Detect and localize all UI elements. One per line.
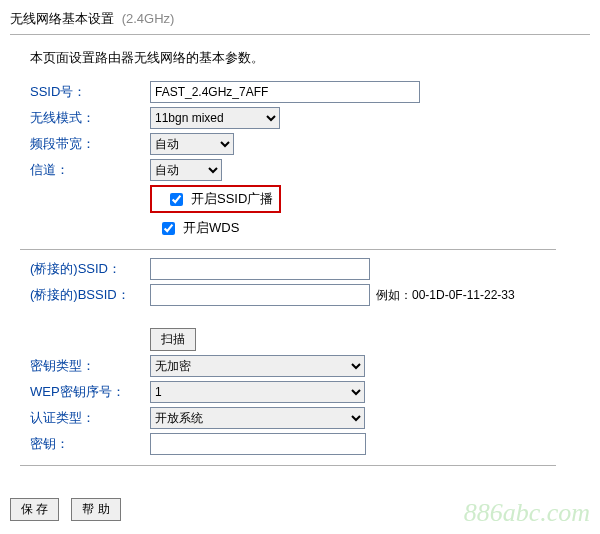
button-scan[interactable]: 扫描 — [150, 328, 196, 351]
panel-body: 本页面设置路由器无线网络的基本参数。 SSID号： 无线模式： 11bgn mi… — [0, 35, 600, 486]
label-wep-index: WEP密钥序号： — [30, 383, 150, 401]
row-bandwidth: 频段带宽： 自动 — [30, 133, 590, 155]
bssid-example-prefix: 例如：00-1D-0F-11-22-33 — [376, 287, 515, 304]
row-ssid: SSID号： — [30, 81, 590, 103]
label-bandwidth: 频段带宽： — [30, 135, 150, 153]
separator-2 — [20, 465, 556, 466]
label-auth-type: 认证类型： — [30, 409, 150, 427]
button-save[interactable]: 保 存 — [10, 498, 59, 521]
checkbox-enable-wds[interactable] — [162, 222, 175, 235]
label-wireless-mode: 无线模式： — [30, 109, 150, 127]
label-key-type: 密钥类型： — [30, 357, 150, 375]
input-bridge-ssid[interactable] — [150, 258, 370, 280]
separator-1 — [20, 249, 556, 250]
label-key: 密钥： — [30, 435, 150, 453]
select-bandwidth[interactable]: 自动 — [150, 133, 234, 155]
bssid-example-continue — [150, 310, 590, 324]
highlight-ssid-broadcast: 开启SSID广播 — [150, 185, 281, 213]
row-scan: 扫描 — [30, 328, 590, 351]
label-ssid: SSID号： — [30, 83, 150, 101]
row-enable-wds: 开启WDS — [150, 217, 590, 239]
intro-text: 本页面设置路由器无线网络的基本参数。 — [30, 49, 590, 67]
label-enable-ssid-broadcast: 开启SSID广播 — [191, 190, 273, 208]
input-bridge-bssid[interactable] — [150, 284, 370, 306]
row-channel: 信道： 自动 — [30, 159, 590, 181]
select-auth-type[interactable]: 开放系统 — [150, 407, 365, 429]
row-bridge-bssid: (桥接的)BSSID： 例如：00-1D-0F-11-22-33 — [30, 284, 590, 306]
label-enable-wds: 开启WDS — [183, 219, 239, 237]
label-channel: 信道： — [30, 161, 150, 179]
select-wireless-mode[interactable]: 11bgn mixed — [150, 107, 280, 129]
row-wireless-mode: 无线模式： 11bgn mixed — [30, 107, 590, 129]
row-ssid-broadcast: 开启SSID广播 — [150, 185, 590, 213]
input-key[interactable] — [150, 433, 366, 455]
panel-title: 无线网络基本设置 (2.4GHz) — [10, 10, 590, 35]
select-channel[interactable]: 自动 — [150, 159, 222, 181]
input-ssid[interactable] — [150, 81, 420, 103]
title-ghz: (2.4GHz) — [122, 11, 175, 26]
row-auth-type: 认证类型： 开放系统 — [30, 407, 590, 429]
row-bridge-ssid: (桥接的)SSID： — [30, 258, 590, 280]
label-bridge-bssid: (桥接的)BSSID： — [30, 286, 150, 304]
select-key-type[interactable]: 无加密 — [150, 355, 365, 377]
label-bridge-ssid: (桥接的)SSID： — [30, 260, 150, 278]
row-wep-index: WEP密钥序号： 1 — [30, 381, 590, 403]
footer: 保 存 帮 助 — [10, 492, 590, 521]
button-help[interactable]: 帮 助 — [71, 498, 120, 521]
checkbox-enable-ssid-broadcast[interactable] — [170, 193, 183, 206]
select-wep-index[interactable]: 1 — [150, 381, 365, 403]
title-text: 无线网络基本设置 — [10, 11, 114, 26]
row-key: 密钥： — [30, 433, 590, 455]
row-key-type: 密钥类型： 无加密 — [30, 355, 590, 377]
